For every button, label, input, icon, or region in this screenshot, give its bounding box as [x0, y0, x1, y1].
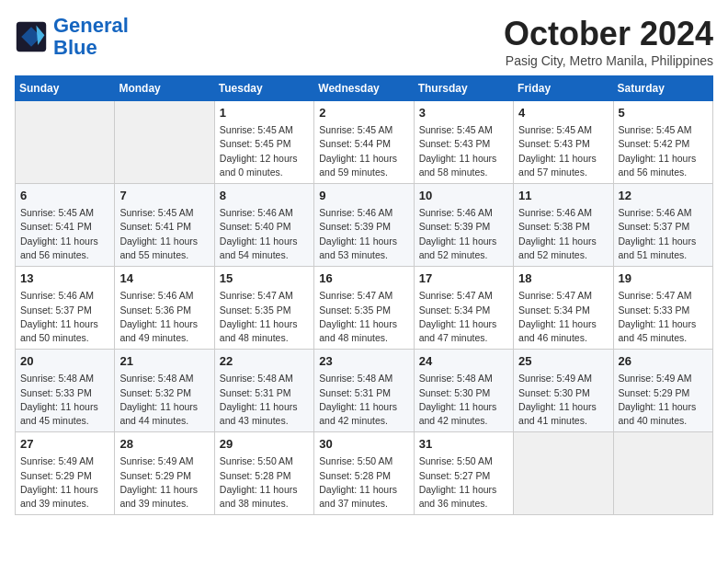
day-number: 2: [319, 105, 408, 121]
day-number: 29: [220, 436, 309, 453]
cell-content: Sunrise: 5:45 AMSunset: 5:41 PMDaylight:…: [20, 206, 109, 262]
logo-icon: [15, 20, 48, 53]
calendar-cell: 13Sunrise: 5:46 AMSunset: 5:37 PMDayligh…: [16, 267, 115, 350]
cell-content: Sunrise: 5:47 AMSunset: 5:33 PMDaylight:…: [619, 289, 708, 345]
day-number: 31: [419, 436, 508, 453]
week-row-1: 1Sunrise: 5:45 AMSunset: 5:45 PMDaylight…: [16, 101, 713, 184]
calendar-cell: 27Sunrise: 5:49 AMSunset: 5:29 PMDayligh…: [16, 432, 115, 515]
day-number: 27: [20, 436, 109, 453]
cell-content: Sunrise: 5:46 AMSunset: 5:37 PMDaylight:…: [619, 206, 708, 262]
calendar-cell: 17Sunrise: 5:47 AMSunset: 5:34 PMDayligh…: [414, 267, 513, 350]
cell-content: Sunrise: 5:49 AMSunset: 5:30 PMDaylight:…: [518, 372, 608, 428]
header-cell-sunday: Sunday: [16, 76, 115, 101]
week-row-5: 27Sunrise: 5:49 AMSunset: 5:29 PMDayligh…: [16, 432, 713, 515]
day-number: 19: [619, 270, 708, 287]
week-row-4: 20Sunrise: 5:48 AMSunset: 5:33 PMDayligh…: [16, 350, 713, 432]
logo-line1: General: [53, 14, 129, 37]
logo-line2: Blue: [53, 36, 97, 59]
day-number: 13: [20, 270, 109, 287]
cell-content: Sunrise: 5:49 AMSunset: 5:29 PMDaylight:…: [20, 454, 109, 511]
day-number: 21: [119, 353, 209, 370]
cell-content: Sunrise: 5:46 AMSunset: 5:38 PMDaylight:…: [518, 206, 608, 262]
calendar-header: SundayMondayTuesdayWednesdayThursdayFrid…: [16, 76, 713, 101]
cell-content: Sunrise: 5:45 AMSunset: 5:43 PMDaylight:…: [419, 123, 508, 179]
day-number: 10: [419, 188, 508, 204]
calendar-cell: 29Sunrise: 5:50 AMSunset: 5:28 PMDayligh…: [214, 432, 313, 515]
calendar-cell: 6Sunrise: 5:45 AMSunset: 5:41 PMDaylight…: [16, 184, 115, 267]
calendar-cell: 24Sunrise: 5:48 AMSunset: 5:30 PMDayligh…: [414, 350, 513, 432]
day-number: 8: [220, 188, 309, 204]
day-number: 7: [119, 188, 209, 204]
day-number: 30: [319, 436, 408, 453]
day-number: 26: [619, 353, 708, 370]
cell-content: Sunrise: 5:47 AMSunset: 5:35 PMDaylight:…: [319, 289, 408, 345]
cell-content: Sunrise: 5:48 AMSunset: 5:32 PMDaylight:…: [119, 372, 209, 428]
calendar-cell: 19Sunrise: 5:47 AMSunset: 5:33 PMDayligh…: [613, 267, 712, 350]
cell-content: Sunrise: 5:50 AMSunset: 5:28 PMDaylight:…: [220, 454, 309, 511]
page-header: General Blue October 2024 Pasig City, Me…: [15, 15, 713, 68]
cell-content: Sunrise: 5:45 AMSunset: 5:45 PMDaylight:…: [220, 123, 309, 179]
cell-content: Sunrise: 5:48 AMSunset: 5:31 PMDaylight:…: [220, 372, 309, 428]
cell-content: Sunrise: 5:48 AMSunset: 5:33 PMDaylight:…: [20, 372, 109, 428]
calendar-cell: 20Sunrise: 5:48 AMSunset: 5:33 PMDayligh…: [16, 350, 115, 432]
day-number: 20: [20, 353, 109, 370]
calendar-cell: 14Sunrise: 5:46 AMSunset: 5:36 PMDayligh…: [115, 267, 214, 350]
cell-content: Sunrise: 5:46 AMSunset: 5:37 PMDaylight:…: [20, 289, 109, 345]
calendar-cell: 26Sunrise: 5:49 AMSunset: 5:29 PMDayligh…: [613, 350, 712, 432]
calendar-cell: 23Sunrise: 5:48 AMSunset: 5:31 PMDayligh…: [314, 350, 414, 432]
cell-content: Sunrise: 5:46 AMSunset: 5:36 PMDaylight:…: [119, 289, 209, 345]
day-number: 23: [319, 353, 408, 370]
week-row-3: 13Sunrise: 5:46 AMSunset: 5:37 PMDayligh…: [16, 267, 713, 350]
day-number: 4: [518, 105, 608, 121]
calendar-cell: 1Sunrise: 5:45 AMSunset: 5:45 PMDaylight…: [214, 101, 313, 184]
calendar-cell: 21Sunrise: 5:48 AMSunset: 5:32 PMDayligh…: [115, 350, 214, 432]
header-cell-saturday: Saturday: [613, 76, 712, 101]
cell-content: Sunrise: 5:49 AMSunset: 5:29 PMDaylight:…: [619, 372, 708, 428]
calendar-cell: [514, 432, 613, 515]
cell-content: Sunrise: 5:50 AMSunset: 5:27 PMDaylight:…: [419, 454, 508, 511]
subtitle: Pasig City, Metro Manila, Philippines: [504, 53, 713, 68]
cell-content: Sunrise: 5:47 AMSunset: 5:34 PMDaylight:…: [518, 289, 608, 345]
calendar-table: SundayMondayTuesdayWednesdayThursdayFrid…: [15, 75, 713, 515]
calendar-cell: [16, 101, 115, 184]
cell-content: Sunrise: 5:47 AMSunset: 5:34 PMDaylight:…: [419, 289, 508, 345]
cell-content: Sunrise: 5:45 AMSunset: 5:43 PMDaylight:…: [518, 123, 608, 179]
calendar-cell: 8Sunrise: 5:46 AMSunset: 5:40 PMDaylight…: [214, 184, 313, 267]
title-block: October 2024 Pasig City, Metro Manila, P…: [504, 15, 713, 68]
header-cell-tuesday: Tuesday: [214, 76, 313, 101]
week-row-2: 6Sunrise: 5:45 AMSunset: 5:41 PMDaylight…: [16, 184, 713, 267]
header-row: SundayMondayTuesdayWednesdayThursdayFrid…: [16, 76, 713, 101]
calendar-cell: 3Sunrise: 5:45 AMSunset: 5:43 PMDaylight…: [414, 101, 513, 184]
header-cell-monday: Monday: [115, 76, 214, 101]
calendar-cell: 25Sunrise: 5:49 AMSunset: 5:30 PMDayligh…: [514, 350, 613, 432]
cell-content: Sunrise: 5:46 AMSunset: 5:39 PMDaylight:…: [319, 206, 408, 262]
calendar-cell: [613, 432, 712, 515]
day-number: 15: [220, 270, 309, 287]
day-number: 28: [119, 436, 209, 453]
calendar-cell: 15Sunrise: 5:47 AMSunset: 5:35 PMDayligh…: [214, 267, 313, 350]
day-number: 18: [518, 270, 608, 287]
cell-content: Sunrise: 5:48 AMSunset: 5:31 PMDaylight:…: [319, 372, 408, 428]
calendar-body: 1Sunrise: 5:45 AMSunset: 5:45 PMDaylight…: [16, 101, 713, 515]
calendar-cell: 30Sunrise: 5:50 AMSunset: 5:28 PMDayligh…: [314, 432, 414, 515]
cell-content: Sunrise: 5:46 AMSunset: 5:40 PMDaylight:…: [220, 206, 309, 262]
calendar-cell: 4Sunrise: 5:45 AMSunset: 5:43 PMDaylight…: [514, 101, 613, 184]
calendar-cell: 2Sunrise: 5:45 AMSunset: 5:44 PMDaylight…: [314, 101, 414, 184]
day-number: 9: [319, 188, 408, 204]
cell-content: Sunrise: 5:50 AMSunset: 5:28 PMDaylight:…: [319, 454, 408, 511]
calendar-cell: 5Sunrise: 5:45 AMSunset: 5:42 PMDaylight…: [613, 101, 712, 184]
cell-content: Sunrise: 5:45 AMSunset: 5:42 PMDaylight:…: [619, 123, 708, 179]
calendar-cell: 10Sunrise: 5:46 AMSunset: 5:39 PMDayligh…: [414, 184, 513, 267]
day-number: 6: [20, 188, 109, 204]
cell-content: Sunrise: 5:45 AMSunset: 5:41 PMDaylight:…: [119, 206, 209, 262]
calendar-cell: 18Sunrise: 5:47 AMSunset: 5:34 PMDayligh…: [514, 267, 613, 350]
logo: General Blue: [15, 15, 129, 59]
calendar-cell: 28Sunrise: 5:49 AMSunset: 5:29 PMDayligh…: [115, 432, 214, 515]
day-number: 5: [619, 105, 708, 121]
calendar-cell: 11Sunrise: 5:46 AMSunset: 5:38 PMDayligh…: [514, 184, 613, 267]
day-number: 12: [619, 188, 708, 204]
cell-content: Sunrise: 5:46 AMSunset: 5:39 PMDaylight:…: [419, 206, 508, 262]
header-cell-wednesday: Wednesday: [314, 76, 414, 101]
day-number: 11: [518, 188, 608, 204]
month-title: October 2024: [504, 15, 713, 53]
